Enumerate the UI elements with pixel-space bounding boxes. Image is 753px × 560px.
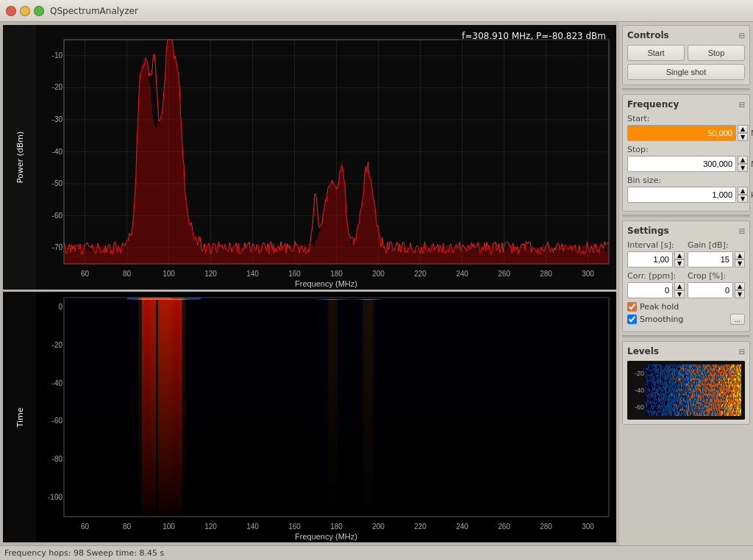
spectrum-canvas [36,25,616,290]
interval-input[interactable] [627,251,673,268]
levels-canvas [627,361,745,420]
minimize-button[interactable] [20,6,30,16]
right-panel: Controls ⊟ Start Stop Single shot Freque… [619,22,753,545]
levels-section: Levels ⊟ [622,341,750,425]
status-bar: Frequency hops: 98 Sweep time: 8.45 s [0,545,753,560]
status-text: Frequency hops: 98 Sweep time: 8.45 s [4,548,164,558]
binsize-label: Bin size: [627,176,745,185]
binsize-input[interactable] [627,187,736,203]
settings-header: Settings ⊟ [627,226,745,236]
controls-icon: ⊟ [739,32,745,40]
interval-label: Interval [s]: [627,240,685,250]
waterfall-y-axis-label: Time [15,407,24,427]
spectrum-y-axis-label: Power (dBm) [15,132,24,184]
binsize-up[interactable]: ▲ [738,187,748,195]
corr-input[interactable] [627,282,673,298]
corr-label: Corr. [ppm]: [627,271,685,281]
spectrum-info: f=308.910 MHz, P=-80.823 dBm [459,29,609,43]
gain-spinners[interactable]: ▲ ▼ [735,251,745,268]
interval-spinners[interactable]: ▲ ▼ [674,251,685,268]
single-shot-button[interactable]: Single shot [627,64,745,80]
binsize-group: Bin size: ▲ ▼ kHz [627,176,745,203]
gain-row: ▲ ▼ [688,251,745,268]
frequency-header: Frequency ⊟ [627,99,745,110]
gain-input[interactable] [688,251,733,268]
corr-spinners[interactable]: ▲ ▼ [674,282,685,298]
settings-title: Settings [627,226,669,236]
divider-2 [622,215,750,218]
stop-freq-row: ▲ ▼ MHz [627,156,745,172]
stop-freq-up[interactable]: ▲ [738,156,748,164]
crop-up[interactable]: ▲ [735,282,745,290]
start-freq-input[interactable] [627,125,736,141]
close-button[interactable] [6,6,16,16]
interval-down[interactable]: ▼ [674,259,685,268]
waterfall-chart-area [36,292,616,542]
start-freq-group: Start: ▲ ▼ MHz [627,114,745,141]
waterfall-wrapper: Time [3,292,616,542]
start-freq-up[interactable]: ▲ [738,125,748,133]
maximize-button[interactable] [34,6,44,16]
crop-label: Crop [%]: [688,271,745,281]
smoothing-settings-button[interactable]: ... [730,314,745,325]
corr-up[interactable]: ▲ [674,282,685,290]
stop-button[interactable]: Stop [688,45,745,61]
crop-down[interactable]: ▼ [735,290,745,298]
interval-row: ▲ ▼ [627,251,685,268]
smoothing-row: Smoothing ... [627,314,745,325]
crop-row: ▲ ▼ [688,282,745,298]
main-content: Power (dBm) f=308.910 MHz, P=-80.823 dBm… [0,22,753,545]
stop-freq-group: Stop: ▲ ▼ MHz [627,145,745,172]
corr-crop-row: Corr. [ppm]: ▲ ▼ Crop [%]: ▲ [627,271,745,302]
binsize-down[interactable]: ▼ [738,195,748,203]
corr-down[interactable]: ▼ [674,290,685,298]
start-freq-label: Start: [627,114,745,123]
binsize-spinners[interactable]: ▲ ▼ [738,187,748,203]
start-button[interactable]: Start [627,45,685,61]
smoothing-label: Smoothing [640,315,683,324]
smoothing-checkbox[interactable] [627,315,637,324]
waterfall-canvas [36,292,616,542]
start-stop-row: Start Stop [627,45,745,61]
spectrum-y-label-area: Power (dBm) [3,25,36,290]
levels-header: Levels ⊟ [627,346,745,356]
window-title: QSpectrumAnalyzer [50,6,138,16]
titlebar: QSpectrumAnalyzer [0,0,753,22]
corr-group: Corr. [ppm]: ▲ ▼ [627,271,685,298]
stop-freq-label: Stop: [627,145,745,154]
controls-title: Controls [627,30,669,40]
start-freq-down[interactable]: ▼ [738,133,748,141]
gain-group: Gain [dB]: ▲ ▼ [688,240,745,268]
peak-hold-row: Peak hold [627,302,745,312]
start-freq-row: ▲ ▼ MHz [627,125,745,141]
crop-input[interactable] [688,282,733,298]
controls-section: Controls ⊟ Start Stop Single shot [622,25,750,85]
divider-1 [622,88,750,91]
waterfall-y-label-area: Time [3,292,36,542]
start-freq-spinners[interactable]: ▲ ▼ [738,125,748,141]
window-controls[interactable] [6,6,44,16]
spectrum-chart-area: f=308.910 MHz, P=-80.823 dBm [36,25,616,290]
crop-group: Crop [%]: ▲ ▼ [688,271,745,298]
settings-section: Settings ⊟ Interval [s]: ▲ ▼ Gain [dB]: [622,220,750,332]
frequency-section: Frequency ⊟ Start: ▲ ▼ MHz Stop: [622,94,750,212]
stop-freq-spinners[interactable]: ▲ ▼ [738,156,748,172]
stop-freq-input[interactable] [627,156,736,172]
corr-row: ▲ ▼ [627,282,685,298]
levels-preview [627,361,745,420]
crop-spinners[interactable]: ▲ ▼ [735,282,745,298]
stop-freq-down[interactable]: ▼ [738,164,748,172]
levels-icon: ⊟ [739,348,745,356]
peak-hold-checkbox[interactable] [627,302,637,312]
interval-gain-row: Interval [s]: ▲ ▼ Gain [dB]: ▲ [627,240,745,271]
interval-group: Interval [s]: ▲ ▼ [627,240,685,268]
gain-down[interactable]: ▼ [735,259,745,268]
gain-up[interactable]: ▲ [735,251,745,259]
levels-title: Levels [627,346,659,356]
binsize-row: ▲ ▼ kHz [627,187,745,203]
spectrum-wrapper: Power (dBm) f=308.910 MHz, P=-80.823 dBm [3,25,616,290]
frequency-icon: ⊟ [739,101,745,109]
interval-up[interactable]: ▲ [674,251,685,259]
peak-hold-label: Peak hold [640,302,679,312]
divider-3 [622,335,750,338]
